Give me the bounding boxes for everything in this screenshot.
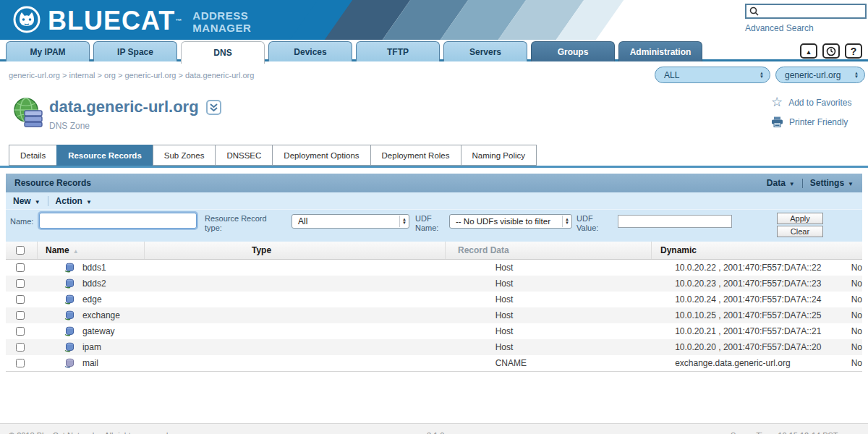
select-stepper-icon: [399, 216, 407, 227]
favorites-label: Add to Favorites: [788, 98, 851, 108]
panel-header: Resource Records Data Settings: [6, 174, 862, 192]
row-checkbox[interactable]: [16, 359, 25, 367]
select-all-checkbox[interactable]: [16, 246, 25, 255]
column-header-type[interactable]: Type: [145, 242, 446, 259]
panel-menubar: New Action: [6, 192, 862, 210]
tab-administration[interactable]: Administration: [618, 41, 702, 61]
subtab-dnssec[interactable]: DNSSEC: [215, 145, 273, 166]
record-type-value: All: [298, 216, 307, 226]
printer-friendly-label: Printer Friendly: [789, 117, 848, 127]
product-name: ADDRESS MANAGER: [192, 9, 251, 34]
clear-button[interactable]: Clear: [777, 226, 823, 237]
add-to-favorites-link[interactable]: Add to Favorites: [771, 96, 852, 109]
subtab-naming-policy[interactable]: Naming Policy: [461, 145, 537, 166]
tab-ip-space[interactable]: IP Space: [93, 41, 177, 61]
session-clock-icon: [826, 46, 836, 56]
table-row[interactable]: exchange Host 10.0.10.25 , 2001:470:F557…: [6, 307, 862, 323]
row-checkbox[interactable]: [16, 343, 25, 352]
record-name[interactable]: gateway: [80, 326, 115, 336]
udf-name-value: -- No UDFs visible to filter: [456, 217, 550, 226]
table-header-row: Name Type Record Data Dynamic: [6, 242, 862, 260]
record-data: exchange.data.generic-url.org: [663, 355, 843, 371]
view-scope-value: ALL: [664, 70, 679, 80]
tab-servers[interactable]: Servers: [443, 41, 527, 61]
host-record-icon: [64, 278, 75, 289]
column-header-record-data[interactable]: Record Data: [446, 242, 652, 259]
page-title: data.generic-url.org: [49, 98, 199, 116]
search-icon: [749, 7, 759, 16]
record-type: Host: [388, 292, 663, 307]
view-scope-select[interactable]: ALL: [655, 67, 770, 83]
table-row[interactable]: bdds1 Host 10.0.20.22 , 2001:470:F557:DA…: [6, 260, 862, 276]
table-row[interactable]: mail CNAME exchange.data.generic-url.org…: [6, 355, 862, 371]
data-menu-button[interactable]: Data: [767, 178, 795, 188]
record-dynamic: No: [843, 307, 862, 323]
udf-value-input[interactable]: [618, 215, 732, 228]
record-dynamic: No: [843, 339, 862, 355]
record-type-select[interactable]: All: [292, 214, 409, 229]
record-name[interactable]: bdds1: [80, 263, 106, 273]
session-timer-button[interactable]: [822, 43, 840, 59]
collapse-header-button[interactable]: [800, 43, 817, 59]
subtab-underline: [0, 166, 868, 168]
record-data: 10.0.20.24 , 2001:470:F557:DA7A::24: [663, 292, 843, 307]
dns-zone-icon: [12, 96, 45, 130]
table-row[interactable]: edge Host 10.0.20.24 , 2001:470:F557:DA7…: [6, 292, 862, 307]
breadcrumb[interactable]: generic-url.org > internal > org > gener…: [9, 71, 254, 80]
action-menu-button[interactable]: Action: [56, 196, 92, 206]
row-checkbox[interactable]: [16, 327, 25, 336]
record-type: CNAME: [388, 355, 663, 371]
record-name[interactable]: ipam: [80, 342, 101, 352]
column-header-name[interactable]: Name: [46, 245, 69, 255]
tab-devices[interactable]: Devices: [268, 41, 352, 61]
udf-value-label: UDF Value:: [576, 214, 607, 233]
row-checkbox[interactable]: [16, 295, 25, 304]
collapse-arrow-icon: [806, 46, 812, 56]
copyright-text: © 2018 BlueCat Networks. All rights rese…: [9, 431, 170, 434]
tab-groups[interactable]: Groups: [531, 41, 615, 61]
column-header-dynamic[interactable]: Dynamic: [652, 242, 862, 259]
record-type: Host: [388, 323, 663, 339]
tab-dns[interactable]: DNS: [181, 41, 265, 64]
divider: [802, 179, 803, 188]
new-menu-button[interactable]: New: [13, 196, 41, 206]
udf-name-select[interactable]: -- No UDFs visible to filter: [449, 214, 572, 229]
name-filter-input[interactable]: [39, 213, 197, 229]
table-row[interactable]: ipam Host 10.0.20.20 , 2001:470:F557:DA7…: [6, 339, 862, 355]
zone-sub-tabs: Details Resource Records Sub Zones DNSSE…: [0, 143, 868, 168]
host-record-icon: [64, 342, 75, 352]
record-data: 10.0.20.20 , 2001:470:F557:DA7A::20: [663, 339, 843, 355]
subtab-deployment-options[interactable]: Deployment Options: [272, 145, 370, 166]
row-checkbox[interactable]: [16, 279, 25, 288]
search-input[interactable]: [762, 6, 863, 17]
help-button[interactable]: [845, 43, 862, 59]
record-name[interactable]: mail: [80, 358, 98, 368]
subtab-deployment-roles[interactable]: Deployment Roles: [370, 145, 461, 166]
tab-tftp[interactable]: TFTP: [356, 41, 440, 61]
expand-title-menu-button[interactable]: [206, 100, 221, 115]
tab-my-ipam[interactable]: My IPAM: [6, 41, 90, 61]
table-row[interactable]: gateway Host 10.0.20.21 , 2001:470:F557:…: [6, 323, 862, 339]
apply-button[interactable]: Apply: [777, 213, 823, 224]
record-name[interactable]: edge: [80, 294, 102, 305]
sort-asc-icon: [73, 245, 79, 255]
row-checkbox[interactable]: [16, 263, 25, 272]
record-name[interactable]: exchange: [80, 310, 120, 320]
table-row[interactable]: bdds2 Host 10.0.20.23 , 2001:470:F557:DA…: [6, 276, 862, 292]
caret-down-icon: [848, 178, 854, 188]
settings-menu-button[interactable]: Settings: [810, 178, 854, 188]
record-type-label: Resource Record type:: [205, 214, 271, 233]
record-name[interactable]: bdds2: [80, 278, 106, 289]
advanced-search-link[interactable]: Advanced Search: [745, 23, 867, 33]
settings-menu-label: Settings: [810, 178, 844, 188]
subtab-details[interactable]: Details: [9, 145, 57, 166]
record-data: 10.0.20.21 , 2001:470:F557:DA7A::21: [663, 323, 843, 339]
row-checkbox[interactable]: [16, 311, 25, 320]
subtab-resource-records[interactable]: Resource Records: [56, 145, 153, 166]
printer-friendly-link[interactable]: Printer Friendly: [771, 116, 852, 127]
subtab-sub-zones[interactable]: Sub Zones: [153, 145, 216, 166]
global-search-field[interactable]: [745, 4, 867, 19]
zone-select[interactable]: generic-url.org: [775, 67, 865, 83]
data-menu-label: Data: [767, 178, 786, 188]
resource-records-panel: Resource Records Data Settings New: [6, 174, 862, 372]
